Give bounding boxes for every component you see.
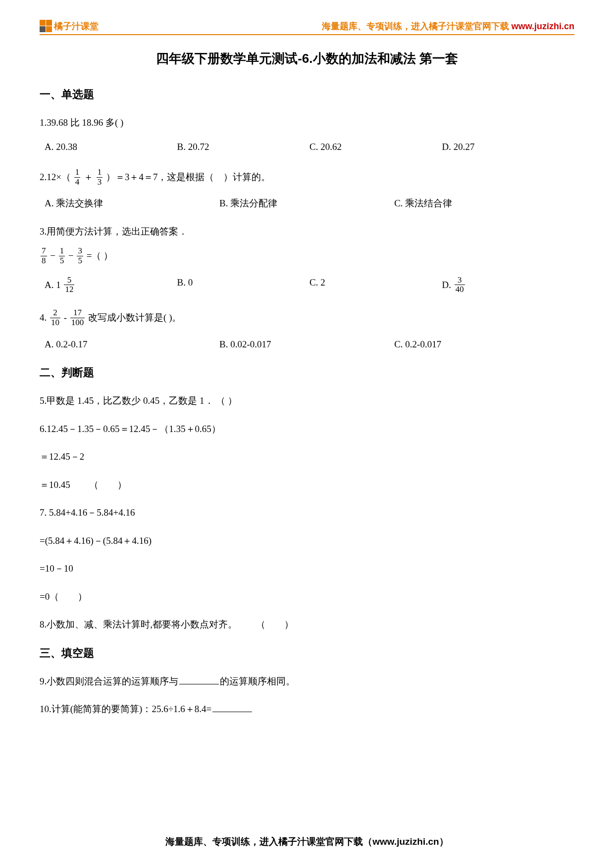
question-4-stem: 4. 2 10 - 17 100 改写成小数计算是( )。 <box>40 308 574 327</box>
brand-logo: 橘子汁课堂 <box>40 20 99 32</box>
q7-line-1: 7. 5.84+4.16－5.84+4.16 <box>40 506 574 520</box>
tagline-url: www.juzizhi.cn <box>512 21 574 31</box>
q10-pre: 10.计算(能简算的要简算)：25.6÷1.6＋8.4= <box>40 704 211 714</box>
fraction-icon: 1 4 <box>74 168 81 187</box>
question-1: 1.39.68 比 18.96 多( ) A. 20.38 B. 20.72 C… <box>40 116 574 154</box>
question-4: 4. 2 10 - 17 100 改写成小数计算是( )。 A. 0.2-0.1… <box>40 308 574 351</box>
question-2-options: A. 乘法交换律 B. 乘法分配律 C. 乘法结合律 <box>40 196 574 211</box>
question-3-stem: 3.用简便方法计算，选出正确答案． <box>40 225 574 239</box>
fraction-icon: 7 8 <box>41 246 47 265</box>
section-heading-fb: 三、填空题 <box>40 646 574 661</box>
option-b: B. 乘法分配律 <box>219 196 394 211</box>
q2-suffix: ）＝3＋4＝7，这是根据（ ）计算的。 <box>106 172 271 182</box>
q7-line-2: =(5.84＋4.16)－(5.84＋4.16) <box>40 534 574 548</box>
question-2-stem: 2.12×（ 1 4 ＋ 1 3 ）＝3＋4＝7，这是根据（ ）计算的。 <box>40 168 574 187</box>
question-6: 6.12.45－1.35－0.65＝12.45－（1.35＋0.65） ＝12.… <box>40 422 574 492</box>
q6-line-2: ＝12.45－2 <box>40 450 574 464</box>
fraction-icon: 5 12 <box>64 276 74 294</box>
option-d: D. 3 40 <box>442 276 575 294</box>
page-title: 四年级下册数学单元测试-6.小数的加法和减法 第一套 <box>40 50 574 67</box>
section-heading-mc: 一、单选题 <box>40 87 574 102</box>
logo-icon <box>40 20 52 32</box>
option-b: B. 0 <box>177 276 310 294</box>
header-divider <box>40 34 574 35</box>
q2-prefix: 2.12×（ <box>40 172 71 182</box>
question-3: 3.用简便方法计算，选出正确答案． 7 8 − 1 5 − 3 5 =（ ） A… <box>40 225 574 294</box>
q7-line-4: =0（ ） <box>40 590 574 604</box>
question-2: 2.12×（ 1 4 ＋ 1 3 ）＝3＋4＝7，这是根据（ ）计算的。 A. … <box>40 168 574 211</box>
equals-blank: =（ ） <box>87 250 113 261</box>
option-c: C. 0.2-0.017 <box>394 338 569 352</box>
fraction-icon: 3 40 <box>455 276 465 294</box>
option-c: C. 20.62 <box>309 140 442 154</box>
question-4-options: A. 0.2-0.17 B. 0.02-0.017 C. 0.2-0.017 <box>40 338 574 352</box>
question-10: 10.计算(能简算的要简算)：25.6÷1.6＋8.4= <box>40 702 574 717</box>
minus-sign: − <box>50 250 57 261</box>
q6-line-3: ＝10.45 （ ） <box>40 478 574 492</box>
option-a: A. 20.38 <box>45 140 177 154</box>
question-1-options: A. 20.38 B. 20.72 C. 20.62 D. 20.27 <box>40 140 574 154</box>
question-9: 9.小数四则混合运算的运算顺序与的运算顺序相同。 <box>40 675 574 689</box>
page-header: 橘子汁课堂 海量题库、专项训练，进入橘子汁课堂官网下载 www.juzizhi.… <box>40 20 574 32</box>
page-footer: 海量题库、专项训练，进入橘子汁课堂官网下载（www.juzizhi.cn） <box>0 835 614 848</box>
blank-input[interactable] <box>212 711 252 712</box>
option-a: A. 乘法交换律 <box>45 196 219 211</box>
tagline-text: 海量题库、专项训练，进入橘子汁课堂官网下载 <box>322 21 512 31</box>
q6-line-1: 6.12.45－1.35－0.65＝12.45－（1.35＋0.65） <box>40 422 574 436</box>
brand-name: 橘子汁课堂 <box>54 20 99 32</box>
fraction-icon: 17 100 <box>70 308 85 327</box>
question-8: 8.小数加、减、乘法计算时,都要将小数点对齐。 （ ） <box>40 618 574 632</box>
option-b: B. 0.02-0.017 <box>219 338 394 352</box>
q7-line-3: =10－10 <box>40 562 574 576</box>
fraction-icon: 1 3 <box>97 168 103 187</box>
minus-sign: - <box>64 312 69 323</box>
fraction-icon: 2 10 <box>50 308 60 327</box>
option-c: C. 2 <box>309 276 442 294</box>
option-b: B. 20.72 <box>177 140 310 154</box>
question-1-stem: 1.39.68 比 18.96 多( ) <box>40 116 574 130</box>
question-7: 7. 5.84+4.16－5.84+4.16 =(5.84＋4.16)－(5.8… <box>40 506 574 604</box>
q9-post: 的运算顺序相同。 <box>220 676 295 686</box>
minus-sign: − <box>68 250 76 261</box>
fraction-icon: 1 5 <box>59 246 65 265</box>
fraction-icon: 3 5 <box>77 246 83 265</box>
question-3-options: A. 1 5 12 B. 0 C. 2 D. 3 40 <box>40 276 574 294</box>
option-c: C. 乘法结合律 <box>394 196 569 211</box>
q9-pre: 9.小数四则混合运算的运算顺序与 <box>40 676 178 686</box>
option-a: A. 0.2-0.17 <box>45 338 219 352</box>
plus-sign: ＋ <box>84 172 96 182</box>
option-d: D. 20.27 <box>442 140 575 154</box>
option-a: A. 1 5 12 <box>45 276 177 294</box>
question-5: 5.甲数是 1.45，比乙数少 0.45，乙数是 1． （ ） <box>40 394 574 408</box>
blank-input[interactable] <box>179 683 219 684</box>
q4-prefix: 4. <box>40 312 47 323</box>
question-3-expression: 7 8 − 1 5 − 3 5 =（ ） <box>40 246 574 265</box>
section-heading-tf: 二、判断题 <box>40 365 574 380</box>
header-tagline: 海量题库、专项训练，进入橘子汁课堂官网下载 www.juzizhi.cn <box>322 20 574 32</box>
q4-suffix: 改写成小数计算是( )。 <box>88 312 181 323</box>
